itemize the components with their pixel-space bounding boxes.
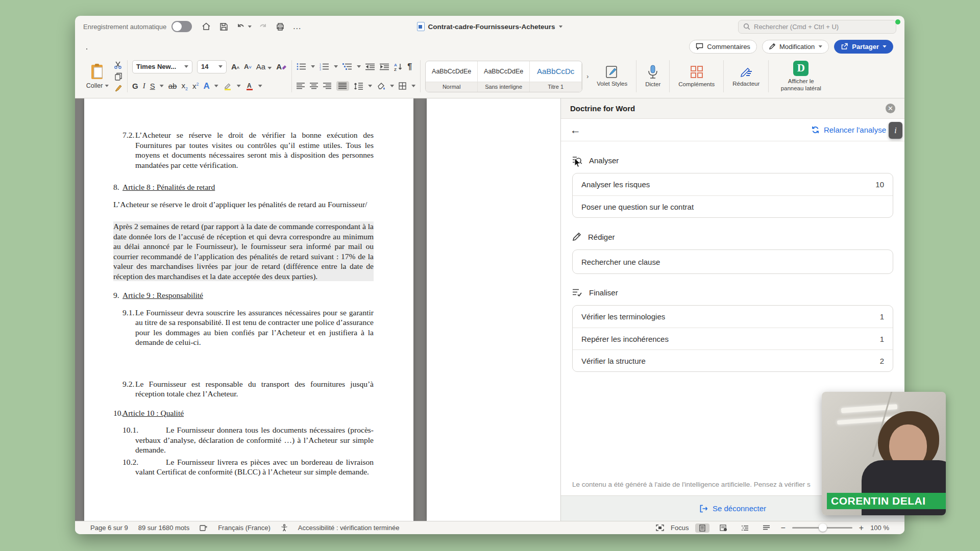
panel-close-icon[interactable]: ✕: [886, 104, 895, 113]
paragraph[interactable]: 9.2. Le Fournisseur est responsable du t…: [113, 379, 374, 399]
autosave-toggle[interactable]: [172, 21, 192, 32]
zoom-slider[interactable]: [792, 527, 852, 529]
bullet-list-icon[interactable]: [297, 63, 306, 70]
ribbon-tab[interactable]: [116, 43, 117, 51]
info-tooltip-chip[interactable]: i: [889, 122, 902, 139]
superscript-button[interactable]: x2: [192, 82, 199, 90]
ribbon-tab[interactable]: [145, 43, 146, 51]
decrease-indent-icon[interactable]: [365, 63, 375, 70]
multilevel-list-icon[interactable]: [342, 63, 352, 70]
paragraph[interactable]: 9. Article 9 : Responsabilité: [113, 290, 374, 300]
document-page[interactable]: 7.2. L’Acheteur se réserve le droit de v…: [84, 98, 413, 521]
borders-icon[interactable]: [399, 82, 407, 90]
share-button[interactable]: Partager: [834, 40, 893, 54]
ribbon-tab[interactable]: [175, 43, 176, 51]
ribbon-tab[interactable]: [131, 43, 132, 51]
paragraph[interactable]: 10.1. Le Fournisseur donnera tous les do…: [113, 425, 374, 455]
copy-icon[interactable]: [114, 72, 122, 81]
accessibility-status[interactable]: Accessibilité : vérification terminée: [298, 524, 400, 532]
font-color-button[interactable]: A: [246, 82, 254, 90]
ribbon-tab[interactable]: [101, 43, 102, 51]
cut-icon[interactable]: [114, 61, 122, 69]
ribbon-tab[interactable]: [190, 43, 191, 51]
focus-label[interactable]: Focus: [671, 524, 689, 532]
save-icon[interactable]: [218, 21, 229, 32]
paragraph[interactable]: 10.2. Le Fournisseur livrera es pièces a…: [113, 457, 374, 477]
editor-button[interactable]: Rédacteur: [728, 65, 764, 88]
font-name-select[interactable]: Times New...: [132, 60, 192, 73]
language-indicator[interactable]: Français (France): [218, 524, 271, 532]
style-card[interactable]: AaBbCcDdEe Normal: [426, 61, 478, 92]
undo-button[interactable]: [236, 21, 252, 32]
paragraph[interactable]: 7.2. L’Acheteur se réserve le droit de v…: [113, 130, 374, 170]
zoom-in-button[interactable]: +: [859, 523, 864, 533]
search-input[interactable]: Rechercher (Cmd + Ctrl + U): [738, 20, 896, 34]
justify-icon[interactable]: [336, 81, 349, 91]
proofing-icon[interactable]: [200, 524, 208, 532]
paragraph[interactable]: Après 2 semaines de retard (par rapport …: [113, 221, 374, 281]
panel-action-row[interactable]: Analyser les risques 10: [573, 173, 893, 195]
back-arrow-icon[interactable]: ←: [570, 124, 581, 136]
paste-button[interactable]: Coller: [81, 58, 114, 94]
style-card[interactable]: AaBbCcDdEe Sans interligne: [478, 61, 530, 92]
shading-icon[interactable]: [377, 82, 385, 90]
paragraph[interactable]: L’Acheteur se réserve le droit d’appliqu…: [113, 199, 374, 210]
change-case-button[interactable]: Aa: [256, 62, 272, 71]
panel-action-row[interactable]: Repérer les incohérences 1: [573, 328, 893, 349]
paragraph[interactable]: 8. Article 8 : Pénalités de retard: [113, 182, 374, 192]
ribbon-tab[interactable]: [160, 43, 161, 51]
highlight-button[interactable]: [223, 82, 232, 90]
strikethrough-button[interactable]: ab: [168, 82, 177, 90]
align-left-icon[interactable]: [297, 83, 305, 89]
text-effects-button[interactable]: A: [203, 81, 209, 91]
italic-button[interactable]: I: [143, 82, 145, 90]
align-right-icon[interactable]: [323, 83, 332, 89]
underline-button[interactable]: S: [150, 82, 155, 90]
rerun-analysis-button[interactable]: Relancer l'analyse: [811, 126, 895, 134]
styles-gallery-more-icon[interactable]: ›: [582, 58, 593, 94]
grow-font-button[interactable]: A˄: [231, 62, 239, 71]
outline-view-icon[interactable]: [738, 524, 752, 532]
ribbon-tab[interactable]: [86, 43, 87, 51]
ribbon-tab[interactable]: [205, 43, 206, 51]
bold-button[interactable]: G: [132, 82, 138, 90]
addins-button[interactable]: Compléments: [674, 65, 719, 88]
page-indicator[interactable]: Page 6 sur 9: [90, 524, 128, 532]
redo-icon[interactable]: [258, 21, 268, 32]
comments-button[interactable]: Commentaires: [689, 40, 757, 54]
more-options-icon[interactable]: …: [292, 21, 302, 32]
shrink-font-button[interactable]: A˅: [244, 63, 252, 70]
style-card[interactable]: AaBbCcDc Titre 1: [530, 61, 582, 92]
side-panel-button[interactable]: D Afficher le panneau latéral: [773, 61, 828, 92]
paragraph[interactable]: 9.1. Le Fournisseur devra souscrire les …: [113, 308, 374, 347]
focus-icon[interactable]: [656, 524, 664, 531]
clear-formatting-button[interactable]: A: [276, 62, 287, 71]
panel-action-row[interactable]: Vérifier la structure 2: [573, 349, 893, 371]
next-page-edge[interactable]: [427, 98, 570, 521]
panel-action-row[interactable]: Vérifier les terminologies 1: [573, 306, 893, 328]
print-icon[interactable]: [275, 21, 285, 32]
panel-action-row[interactable]: Poser une question sur le contrat: [573, 195, 893, 217]
dictate-button[interactable]: Dicter: [641, 65, 665, 88]
numbered-list-icon[interactable]: 123: [320, 63, 329, 70]
zoom-out-button[interactable]: −: [780, 523, 785, 533]
zoom-slider-thumb[interactable]: [819, 523, 827, 532]
pilcrow-button[interactable]: ¶: [407, 62, 412, 71]
increase-indent-icon[interactable]: [380, 63, 389, 70]
web-layout-view-icon[interactable]: [716, 523, 731, 533]
align-center-icon[interactable]: [310, 83, 318, 89]
format-painter-icon[interactable]: [114, 84, 122, 92]
zoom-level[interactable]: 100 %: [870, 524, 889, 532]
document-title-menu[interactable]: Contrat-cadre-Fournisseurs-Acheteurs: [416, 22, 562, 31]
sort-icon[interactable]: AZ: [394, 63, 403, 71]
draft-view-icon[interactable]: [759, 524, 774, 532]
subscript-button[interactable]: x2: [181, 81, 188, 91]
font-size-select[interactable]: 14: [197, 60, 227, 73]
paragraph[interactable]: 10. Article 10 : Qualité: [113, 408, 374, 418]
print-layout-view-icon[interactable]: [695, 523, 709, 533]
panel-action-row[interactable]: Rechercher une clause: [573, 250, 893, 273]
word-count[interactable]: 89 sur 1680 mots: [138, 524, 189, 532]
editing-mode-button[interactable]: Modification: [762, 40, 829, 54]
home-icon[interactable]: [201, 21, 211, 32]
styles-pane-button[interactable]: Volet Styles: [593, 65, 631, 88]
